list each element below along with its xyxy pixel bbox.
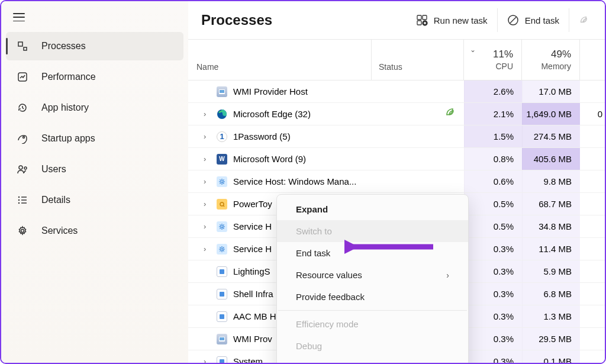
cpu-cell: 1.5%: [464, 125, 522, 147]
memory-cell: 34.8 MB: [522, 215, 580, 237]
process-name: WMI Prov: [233, 334, 272, 344]
process-name: Microsoft Word (9): [233, 154, 306, 164]
overflow-cell: 0: [580, 109, 605, 119]
cpu-cell: 0.3%: [464, 350, 522, 363]
hamburger-menu-button[interactable]: [1, 6, 188, 31]
ctx-efficiency-mode: Efficiency mode: [277, 313, 468, 335]
run-task-label: Run new task: [434, 15, 488, 25]
memory-cell: 17.0 MB: [522, 80, 580, 102]
expand-toggle[interactable]: ›: [204, 177, 211, 186]
sidebar-item-label: App history: [41, 102, 89, 113]
sidebar-item-label: Processes: [41, 41, 86, 51]
process-row[interactable]: ›11Password (5)1.5%274.5 MB: [188, 125, 605, 148]
memory-cell: 0.1 MB: [522, 350, 580, 363]
users-icon: [17, 163, 28, 175]
cpu-cell: 0.3%: [464, 305, 522, 327]
column-status[interactable]: Status: [372, 40, 464, 80]
sidebar-item-label: Details: [41, 195, 70, 205]
process-name: Microsoft Edge (32): [233, 109, 311, 119]
sidebar-item-details[interactable]: Details: [6, 186, 183, 214]
ctx-switch-to: Switch to: [277, 220, 468, 242]
svg-rect-31: [220, 314, 224, 319]
memory-cell: 1.3 MB: [522, 305, 580, 327]
process-row[interactable]: ›Microsoft Edge (32)2.1%1,649.0 MB0: [188, 103, 605, 125]
ctx-expand[interactable]: Expand: [277, 198, 468, 220]
efficiency-mode-button[interactable]: [569, 8, 594, 32]
process-name: AAC MB H: [233, 311, 276, 321]
expand-toggle[interactable]: ›: [204, 357, 211, 363]
process-name: Service H: [233, 221, 272, 231]
services-icon: [17, 225, 28, 237]
details-icon: [17, 194, 28, 206]
sidebar: Processes Performance App history Startu…: [1, 1, 188, 363]
svg-point-6: [19, 197, 20, 198]
expand-toggle[interactable]: ›: [204, 154, 211, 163]
startup-icon: [17, 133, 28, 144]
process-row[interactable]: WMI Provider Host2.6%17.0 MB: [188, 80, 605, 103]
column-memory[interactable]: 49% Memory: [522, 40, 580, 80]
process-name: Service H: [233, 244, 272, 254]
sidebar-item-label: Startup apps: [41, 133, 95, 144]
process-name: Service Host: Windows Mana...: [233, 176, 356, 186]
expand-toggle[interactable]: ›: [204, 222, 211, 231]
sidebar-item-app-history[interactable]: App history: [6, 94, 183, 122]
hamburger-icon: [13, 13, 25, 21]
sidebar-item-processes[interactable]: Processes: [6, 32, 183, 60]
memory-cell: 68.7 MB: [522, 193, 580, 215]
sidebar-item-users[interactable]: Users: [6, 155, 183, 183]
svg-line-26: [223, 205, 224, 207]
process-name: Shell Infra: [233, 289, 273, 299]
memory-percent: 49%: [551, 49, 571, 60]
sidebar-item-services[interactable]: Services: [6, 217, 183, 245]
chevron-right-icon: ›: [446, 270, 449, 280]
expand-toggle[interactable]: ›: [204, 109, 211, 118]
process-name: System: [233, 356, 263, 363]
cpu-cell: 0.3%: [464, 283, 522, 305]
history-icon: [17, 102, 28, 114]
process-name: 1Password (5): [233, 131, 291, 141]
column-spacer: [580, 40, 605, 80]
context-menu: Expand Switch to End task Resource value…: [276, 194, 469, 364]
processes-icon: [17, 40, 28, 52]
process-row[interactable]: ›Service Host: Windows Mana...0.6%9.8 MB: [188, 170, 605, 193]
svg-rect-1: [24, 47, 27, 50]
svg-rect-22: [220, 90, 224, 93]
ctx-separator: [278, 310, 467, 311]
svg-rect-0: [18, 42, 22, 46]
expand-toggle[interactable]: ›: [204, 199, 211, 208]
ctx-resource-values[interactable]: Resource values›: [277, 264, 468, 286]
memory-cell: 9.8 MB: [522, 170, 580, 192]
svg-point-8: [19, 203, 20, 204]
sidebar-item-performance[interactable]: Performance: [6, 63, 183, 91]
memory-cell: 6.8 MB: [522, 283, 580, 305]
efficiency-leaf-icon: [444, 107, 456, 121]
cpu-cell: 0.5%: [464, 193, 522, 215]
svg-rect-34: [220, 359, 224, 363]
cpu-cell: 0.5%: [464, 215, 522, 237]
ctx-provide-feedback[interactable]: Provide feedback: [277, 286, 468, 308]
cpu-cell: 0.3%: [464, 260, 522, 282]
expand-toggle[interactable]: ›: [204, 244, 211, 253]
svg-rect-29: [220, 269, 224, 274]
run-new-task-button[interactable]: Run new task: [407, 8, 497, 32]
memory-cell: 29.5 MB: [522, 328, 580, 350]
process-row[interactable]: ›WMicrosoft Word (9)0.8%405.6 MB: [188, 148, 605, 170]
ctx-end-task[interactable]: End task: [277, 242, 468, 264]
sidebar-item-startup-apps[interactable]: Startup apps: [6, 124, 183, 153]
svg-point-28: [221, 248, 223, 250]
end-task-button[interactable]: End task: [497, 8, 569, 32]
svg-rect-15: [417, 21, 421, 25]
sidebar-item-label: Services: [41, 226, 78, 236]
performance-icon: [17, 71, 28, 83]
ctx-debug: Debug: [277, 335, 468, 357]
process-name: WMI Provider Host: [233, 86, 308, 96]
sidebar-item-label: Performance: [41, 72, 96, 82]
column-name[interactable]: Name: [188, 40, 372, 80]
cpu-cell: 0.8%: [464, 148, 522, 170]
column-cpu[interactable]: ⌄ 11% CPU: [464, 40, 522, 80]
memory-cell: 5.9 MB: [522, 260, 580, 282]
svg-point-5: [24, 167, 27, 169]
svg-point-3: [23, 137, 25, 138]
expand-toggle[interactable]: ›: [204, 132, 211, 141]
header-actions: Run new task End task: [407, 8, 594, 32]
